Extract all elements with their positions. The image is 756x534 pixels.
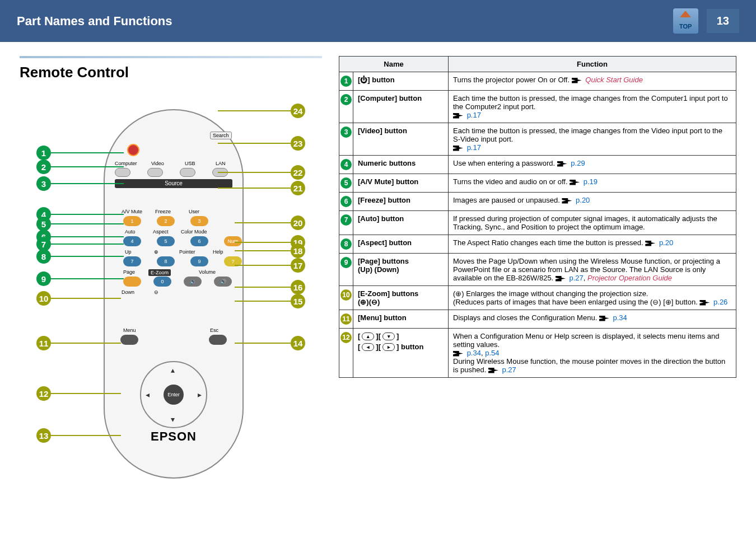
section-title: Remote Control — [20, 64, 322, 81]
row-number: 2 — [339, 91, 353, 123]
num-6-button: 6 — [190, 236, 208, 246]
down-arrow-icon: ▾ — [171, 415, 175, 424]
table-row: 7[Auto] buttonIf pressed during projecti… — [339, 211, 736, 235]
source-bar: Source — [115, 179, 232, 188]
row-function: Use when entering a password. p.29 — [449, 156, 736, 174]
th-name: Name — [339, 57, 449, 72]
table-row: 6[Freeze] buttonImages are paused or unp… — [339, 193, 736, 211]
video-label: Video — [151, 161, 164, 166]
callout-24: 24 — [218, 104, 305, 118]
row-name: [Aspect] button — [353, 235, 449, 254]
table-row: 3[Video] buttonEach time the button is p… — [339, 123, 736, 156]
table-row: 5[A/V Mute] buttonTurns the video and au… — [339, 174, 736, 193]
menu-button — [120, 335, 138, 345]
row-function: (⊕) Enlarges the image without changing … — [449, 286, 736, 310]
row-name: [⏻] button — [353, 72, 449, 91]
right-column: Name Function 1[⏻] buttonTurns the proje… — [339, 56, 736, 484]
table-row: 1[⏻] buttonTurns the projector power On … — [339, 72, 736, 91]
num-4-button: 4 — [123, 236, 141, 246]
num-7-button: 7 — [123, 256, 141, 266]
callout-9: 9 — [36, 271, 124, 286]
user-label: User — [189, 209, 199, 214]
page-label: Page — [123, 269, 135, 275]
page-up-button — [123, 277, 141, 287]
table-row: 11[Menu] buttonDisplays and closes the C… — [339, 310, 736, 329]
num-row-2: 4 5 6 Num — [123, 236, 242, 246]
row-number: 6 — [339, 193, 353, 211]
usb-button — [180, 168, 195, 177]
ezoom-plus-label: ⊕ — [154, 249, 158, 255]
table-row: 10[E-Zoom] buttons(⊕)(⊖)(⊕) Enlarges the… — [339, 286, 736, 310]
row-name: [Computer] button — [353, 91, 449, 123]
callout-20: 20 — [235, 216, 305, 230]
row-function: The Aspect Ratio changes each time the b… — [449, 235, 736, 254]
num-9-button: 9 — [190, 256, 208, 266]
num-3-button: 3 — [190, 216, 208, 226]
callout-22: 22 — [218, 165, 305, 180]
table-row: 12[▴][▾][◂][▸] buttonWhen a Configuratio… — [339, 329, 736, 378]
callout-18: 18 — [235, 243, 305, 258]
num-row-4: 0 🔉 🔊 — [123, 277, 232, 287]
callout-1: 1 — [36, 146, 124, 160]
usb-label: USB — [185, 161, 195, 166]
volume-label: Volume — [199, 269, 216, 275]
vol-up-button: 🔊 — [214, 277, 232, 287]
row-number: 7 — [339, 211, 353, 235]
callout-14: 14 — [235, 336, 305, 350]
row-name: Numeric buttons — [353, 156, 449, 174]
row-function: Turns the projector power On or Off. Qui… — [449, 72, 736, 91]
row-function: Each time the button is pressed, the ima… — [449, 123, 736, 156]
menu-label: Menu — [123, 327, 136, 333]
callout-23: 23 — [218, 136, 305, 151]
row-name: [E-Zoom] buttons(⊕)(⊖) — [353, 286, 449, 310]
left-arrow-icon: ◂ — [146, 390, 150, 399]
callout-16: 16 — [235, 280, 305, 294]
up-arrow-icon: ▴ — [171, 366, 175, 374]
callout-15: 15 — [235, 294, 305, 308]
epson-logo: EPSON — [151, 429, 197, 444]
right-arrow-icon: ▸ — [198, 390, 202, 399]
table-row: 2[Computer] buttonEach time the button i… — [339, 91, 736, 123]
row-number: 9 — [339, 254, 353, 286]
down-label: Down — [122, 289, 134, 295]
freeze-label: Freeze — [155, 209, 171, 214]
num-8-button: 8 — [157, 256, 175, 266]
row-function: Moves the Page Up/Down when using the Wi… — [449, 254, 736, 286]
callout-11: 11 — [36, 336, 121, 350]
callout-17: 17 — [235, 258, 305, 273]
up-label: Up — [125, 249, 132, 255]
auto-label: Auto — [125, 229, 136, 235]
row-number: 12 — [339, 329, 353, 378]
num-row-1: 1 2 3 — [123, 216, 208, 226]
row-name: [Freeze] button — [353, 193, 449, 211]
content: Remote Control EPSON Search Computer Vid… — [0, 42, 756, 498]
callout-10: 10 — [36, 291, 121, 306]
row-function: If pressed during projection of computer… — [449, 211, 736, 235]
header-title: Part Names and Functions — [17, 14, 172, 29]
table-row: 9[Page] buttons(Up) (Down)Moves the Page… — [339, 254, 736, 286]
num-0-button: 0 — [153, 277, 171, 287]
source-buttons-row — [115, 168, 228, 177]
page-number: 13 — [707, 9, 739, 33]
vol-down-button: 🔉 — [184, 277, 202, 287]
colormode-label: Color Mode — [181, 229, 207, 235]
row-name: [Menu] button — [353, 310, 449, 329]
row-number: 4 — [339, 156, 353, 174]
esc-button — [209, 335, 227, 345]
row-number: 1 — [339, 72, 353, 91]
th-function: Function — [449, 57, 736, 72]
table-row: 8[Aspect] buttonThe Aspect Ratio changes… — [339, 235, 736, 254]
power-button-icon — [127, 144, 139, 156]
row-name: [Page] buttons(Up) (Down) — [353, 254, 449, 286]
row-number: 8 — [339, 235, 353, 254]
remote-diagram: EPSON Search Computer Video USB LAN Sour… — [36, 92, 305, 484]
row-name: [Video] button — [353, 123, 449, 156]
row-function: Displays and closes the Configuration Me… — [449, 310, 736, 329]
avmute-label: A/V Mute — [122, 209, 142, 214]
ezoom-label: E-Zoom — [148, 269, 171, 276]
row-name: [▴][▾][◂][▸] button — [353, 329, 449, 378]
aspect-label: Aspect — [153, 229, 169, 235]
callout-12: 12 — [36, 386, 121, 401]
top-icon[interactable]: TOP — [673, 8, 698, 34]
ezoom-minus-label: ⊖ — [154, 289, 158, 295]
